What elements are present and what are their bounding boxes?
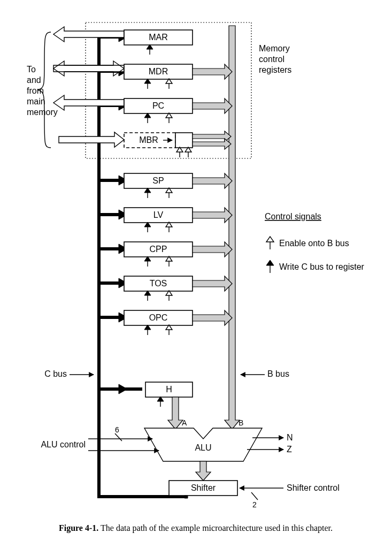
svg-marker-40	[193, 173, 232, 188]
register-opc: OPC	[99, 310, 232, 335]
svg-rect-29	[175, 133, 193, 148]
legend-write: Write C bus to register	[279, 262, 365, 271]
svg-marker-4	[53, 27, 124, 42]
register-sp: SP	[99, 173, 232, 198]
alu-n-output: N	[287, 433, 293, 442]
caption-bold: Figure 4-1.	[59, 523, 98, 533]
memctrl-label-1: Memory	[259, 44, 290, 53]
lv-label: LV	[153, 210, 164, 219]
register-mar: MAR	[53, 27, 193, 55]
svg-text:Figure 4-1.  The data path of : Figure 4-1. The data path of the example…	[59, 523, 333, 533]
cpp-label: CPP	[150, 245, 167, 254]
mem-label-1: To	[27, 65, 36, 74]
mem-label-5: memory	[27, 108, 58, 117]
alu: ALU	[144, 428, 262, 461]
svg-marker-20	[53, 95, 124, 110]
mdr-label: MDR	[149, 67, 168, 76]
legend: Control signals Enable onto B bus Write …	[265, 212, 365, 273]
mbr-label: MBR	[139, 135, 158, 144]
alu-a-input: A	[182, 418, 187, 427]
svg-marker-32	[193, 139, 231, 149]
svg-marker-93	[266, 237, 274, 242]
svg-marker-48	[193, 208, 232, 223]
register-mbr: MBR	[59, 131, 231, 157]
shifter-label: Shifter	[191, 483, 216, 492]
bbus-label: B bus	[267, 369, 289, 378]
alu-z-output: Z	[287, 445, 292, 454]
legend-title: Control signals	[265, 212, 321, 221]
shifter-ctrl-label: Shifter control	[287, 483, 340, 492]
svg-marker-95	[266, 260, 274, 265]
svg-marker-72	[193, 310, 232, 325]
mem-label-4: main	[27, 97, 45, 106]
tos-label: TOS	[150, 279, 167, 288]
b-bus	[225, 26, 240, 429]
memctrl-label-3: registers	[259, 65, 291, 74]
enable-b-arrow	[166, 113, 172, 123]
h-label: H	[166, 385, 172, 394]
shifter-to-cbus	[185, 496, 188, 498]
pc-label: PC	[152, 101, 164, 110]
enable-b-arrow	[185, 147, 191, 157]
register-lv: LV	[99, 208, 232, 232]
alu-label: ALU	[195, 443, 211, 452]
register-pc: PC	[53, 95, 232, 123]
a-input-bus	[168, 397, 183, 429]
alu-control-label: ALU control	[41, 440, 86, 449]
svg-line-91	[251, 492, 258, 500]
alu-to-shifter	[196, 461, 211, 481]
shifter: Shifter	[169, 481, 237, 496]
write-c-arrow	[147, 44, 153, 55]
mem-label-3: from	[27, 86, 44, 95]
cbus-label: C bus	[44, 369, 67, 378]
write-c-arrow	[144, 113, 151, 123]
memctrl-label-2: control	[259, 55, 285, 64]
alu-b-input: B	[239, 418, 243, 427]
svg-marker-22	[193, 98, 232, 113]
svg-marker-56	[193, 242, 232, 257]
shifter-ctrl-width: 2	[252, 500, 257, 509]
alu-control-width: 6	[115, 425, 119, 434]
opc-label: OPC	[149, 313, 168, 322]
register-tos: TOS	[99, 276, 232, 301]
svg-marker-27	[59, 132, 124, 147]
register-cpp: CPP	[99, 242, 232, 267]
svg-marker-64	[193, 276, 232, 291]
register-mdr: MDR	[53, 61, 232, 89]
legend-enable: Enable onto B bus	[279, 239, 349, 248]
write-c-arrow	[144, 79, 151, 89]
svg-marker-13	[193, 64, 232, 79]
enable-b-arrow	[166, 79, 172, 89]
caption-rest: The data path of the example microarchit…	[98, 523, 333, 533]
sp-label: SP	[152, 176, 164, 185]
svg-line-86	[115, 433, 122, 441]
enable-b-arrow	[176, 147, 183, 157]
mem-label-2: and	[27, 75, 41, 85]
register-h: H A	[99, 382, 193, 429]
mar-label: MAR	[149, 33, 168, 42]
